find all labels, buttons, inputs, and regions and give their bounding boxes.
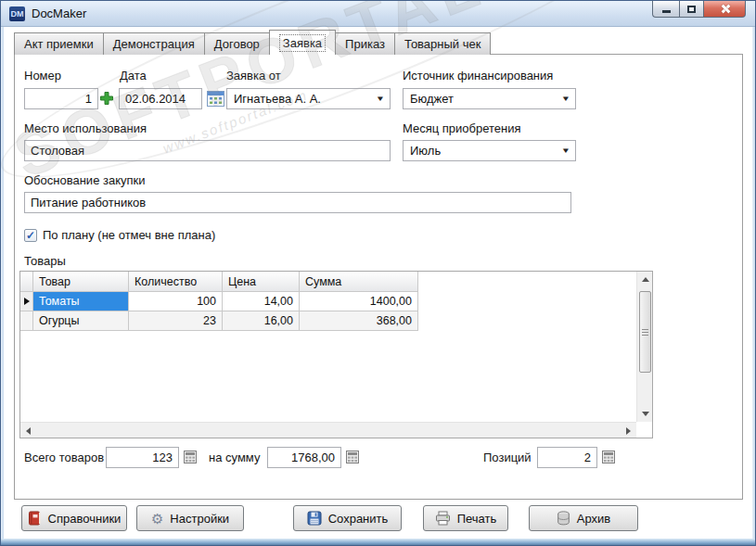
funding-select-value: Бюджет bbox=[410, 92, 454, 106]
date-label: Дата bbox=[120, 69, 147, 83]
check-icon: ✓ bbox=[26, 230, 35, 241]
scroll-left-button[interactable] bbox=[20, 423, 36, 438]
goods-grid: Товар Количество Цена Сумма Томаты 100 1… bbox=[19, 271, 653, 438]
maximize-icon bbox=[687, 6, 696, 13]
column-header-kolichestvo[interactable]: Количество bbox=[129, 272, 223, 292]
save-icon bbox=[307, 511, 322, 526]
save-button-label: Сохранить bbox=[328, 512, 389, 526]
cell-cena[interactable]: 14,00 bbox=[223, 292, 300, 311]
from-select-value: Игнатьева А. А. bbox=[234, 92, 321, 106]
table-row[interactable]: Томаты 100 14,00 1400,00 bbox=[20, 292, 652, 311]
month-select-value: Июль bbox=[410, 144, 441, 158]
funding-label: Источник финансирования bbox=[403, 69, 553, 83]
date-picker-button[interactable] bbox=[207, 90, 224, 108]
cell-tovar[interactable]: Томаты bbox=[33, 292, 129, 311]
titlebar[interactable]: DM DocMaker bbox=[1, 1, 756, 27]
total-goods-label: Всего товаров bbox=[24, 451, 104, 464]
plan-checkbox-row: ✓ По плану (не отмеч вне плана) bbox=[24, 228, 215, 242]
settings-button-label: Настройки bbox=[170, 512, 229, 526]
cell-summa[interactable]: 1400,00 bbox=[300, 292, 418, 311]
scroll-up-button[interactable] bbox=[637, 272, 653, 287]
docmaker-window: DM DocMaker Акт приемки Демонстрация Дог… bbox=[0, 0, 756, 546]
calc-icon bbox=[346, 451, 359, 467]
from-label: Заявка от bbox=[226, 69, 281, 83]
app-icon: DM bbox=[9, 6, 25, 21]
cell-tovar[interactable]: Огурцы bbox=[33, 311, 129, 331]
grid-corner-cell bbox=[20, 272, 33, 292]
cell-cena[interactable]: 16,00 bbox=[223, 311, 300, 331]
chevron-down-icon: ▼ bbox=[561, 146, 570, 155]
tab-prikaz[interactable]: Приказ bbox=[335, 32, 395, 55]
tab-demonstraciya[interactable]: Демонстрация bbox=[103, 32, 205, 55]
arrow-down-icon bbox=[642, 412, 649, 416]
current-row-marker-icon bbox=[24, 298, 30, 305]
place-input[interactable] bbox=[24, 140, 391, 161]
vertical-scrollbar[interactable] bbox=[636, 272, 652, 422]
close-icon bbox=[720, 4, 730, 14]
column-header-tovar[interactable]: Товар bbox=[33, 272, 129, 292]
total-goods-input[interactable] bbox=[106, 447, 179, 468]
cell-kolichestvo[interactable]: 100 bbox=[129, 292, 223, 311]
print-button[interactable]: Печать bbox=[423, 505, 508, 531]
print-button-label: Печать bbox=[457, 512, 497, 526]
month-select[interactable]: Июль ▼ bbox=[403, 140, 576, 161]
column-header-cena[interactable]: Цена bbox=[223, 272, 300, 292]
month-label: Месяц приобретения bbox=[403, 121, 521, 135]
scroll-right-button[interactable] bbox=[621, 423, 636, 438]
calc-icon bbox=[184, 451, 197, 467]
positions-label: Позиций bbox=[483, 451, 532, 464]
row-selector-cell[interactable] bbox=[20, 311, 33, 331]
directories-button[interactable]: Справочники bbox=[21, 505, 127, 531]
table-row[interactable]: Огурцы 23 16,00 368,00 bbox=[20, 311, 652, 331]
place-label: Место использования bbox=[24, 121, 147, 135]
settings-button[interactable]: ⚙ Настройки bbox=[136, 505, 244, 531]
thumb-grip-icon bbox=[642, 329, 648, 336]
minimize-button[interactable] bbox=[652, 1, 679, 18]
from-select[interactable]: Игнатьева А. А. ▼ bbox=[226, 88, 391, 109]
archive-icon bbox=[557, 511, 570, 526]
close-button[interactable] bbox=[704, 1, 746, 18]
maximize-button[interactable] bbox=[679, 1, 704, 18]
tab-tovarnyj-chek[interactable]: Товарный чек bbox=[394, 32, 491, 55]
directories-button-label: Справочники bbox=[48, 512, 122, 526]
positions-input[interactable] bbox=[537, 447, 597, 468]
add-record-button[interactable] bbox=[99, 91, 114, 106]
window-border-left bbox=[1, 27, 4, 539]
plus-icon bbox=[99, 91, 114, 106]
grid-header-row: Товар Количество Цена Сумма bbox=[20, 272, 652, 292]
tab-akt-priemki[interactable]: Акт приемки bbox=[14, 32, 104, 55]
scroll-down-button[interactable] bbox=[637, 406, 653, 422]
number-label: Номер bbox=[24, 69, 61, 83]
archive-button-label: Архив bbox=[577, 512, 610, 526]
funding-select[interactable]: Бюджет ▼ bbox=[403, 88, 576, 109]
total-sum-input[interactable] bbox=[267, 447, 341, 468]
chevron-down-icon: ▼ bbox=[376, 95, 385, 103]
chevron-down-icon: ▼ bbox=[561, 95, 570, 103]
date-input[interactable] bbox=[119, 88, 202, 109]
arrow-left-icon bbox=[26, 427, 31, 435]
number-input[interactable] bbox=[24, 88, 98, 109]
window-title: DocMaker bbox=[32, 6, 86, 20]
column-header-summa[interactable]: Сумма bbox=[300, 272, 418, 292]
plan-checkbox[interactable]: ✓ bbox=[24, 229, 37, 242]
row-selector-cell[interactable] bbox=[20, 292, 33, 311]
tab-dogovor[interactable]: Договор bbox=[204, 32, 270, 55]
cell-kolichestvo[interactable]: 23 bbox=[129, 311, 223, 331]
minimize-icon bbox=[662, 10, 671, 13]
arrow-up-icon bbox=[642, 277, 649, 282]
cell-summa[interactable]: 368,00 bbox=[300, 311, 418, 331]
justification-input[interactable] bbox=[24, 192, 571, 213]
total-sum-label: на сумму bbox=[209, 451, 260, 464]
archive-button[interactable]: Архив bbox=[529, 505, 638, 531]
window-border-right bbox=[752, 27, 755, 539]
table-title: Товары bbox=[24, 254, 66, 268]
tab-zayavka[interactable]: Заявка bbox=[269, 30, 336, 55]
vertical-scrollbar-thumb[interactable] bbox=[639, 291, 651, 373]
calc-icon bbox=[602, 451, 615, 467]
calendar-icon bbox=[207, 90, 224, 108]
save-button[interactable]: Сохранить bbox=[293, 505, 402, 531]
printer-icon bbox=[435, 511, 451, 526]
window-border-bottom bbox=[1, 539, 756, 545]
book-icon bbox=[28, 511, 42, 526]
horizontal-scrollbar[interactable] bbox=[20, 422, 636, 438]
